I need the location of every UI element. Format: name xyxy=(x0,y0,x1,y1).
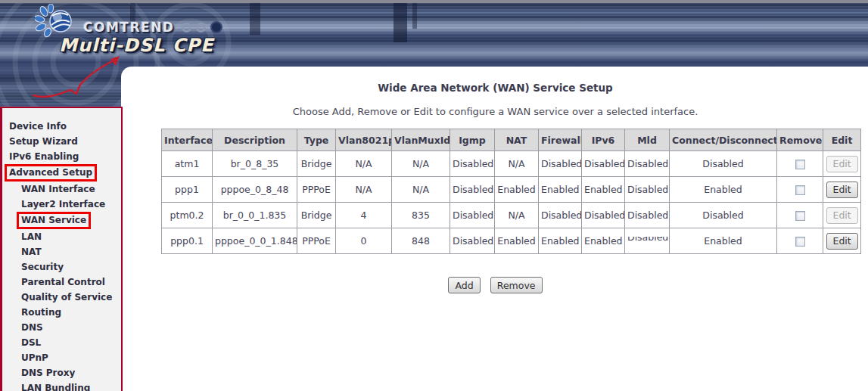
cell-nat: Enabled xyxy=(495,177,539,203)
sidebar-item-upnp[interactable]: UPnP xyxy=(2,350,121,365)
cell-remove xyxy=(777,177,823,203)
edit-button: Edit xyxy=(826,156,858,172)
page: COMTREND Multi-DSL CPE Device Info Setup… xyxy=(0,0,868,391)
sidebar-item-setup-wizard[interactable]: Setup Wizard xyxy=(2,134,121,149)
edit-button[interactable]: Edit xyxy=(826,182,858,198)
col-header-remove: Remove xyxy=(777,129,823,151)
sidebar-item-advanced-setup[interactable]: Advanced Setup xyxy=(2,164,121,182)
table-row: ppp0.1 pppoe_0_0_1.848 PPPoE 0 848 Disab… xyxy=(162,228,861,254)
cell-ipv6: Enabled xyxy=(582,177,625,203)
remove-checkbox[interactable] xyxy=(795,185,805,195)
cell-nat: N/A xyxy=(495,203,539,228)
col-header-edit: Edit xyxy=(823,129,861,151)
logo-dots-icon xyxy=(182,21,222,33)
col-header-type: Type xyxy=(297,129,336,151)
sidebar-item-lan-bundling[interactable]: LAN Bundling xyxy=(2,380,121,391)
cell-mld: Disabled xyxy=(625,203,670,228)
clipped-mld-text: Disabled xyxy=(627,237,668,243)
table-row: ppp1 pppoe_0_8_48 PPPoE N/A N/A Disabled… xyxy=(162,177,861,203)
sidebar-item-label: Security xyxy=(21,262,64,272)
edit-button: Edit xyxy=(826,207,858,224)
sidebar-item-layer2-interface[interactable]: Layer2 Interface xyxy=(2,197,121,212)
remove-checkbox[interactable] xyxy=(795,160,805,169)
add-button[interactable]: Add xyxy=(448,277,480,293)
cell-remove xyxy=(777,228,823,254)
cell-remove xyxy=(777,203,823,228)
remove-checkbox[interactable] xyxy=(795,211,805,221)
sidebar-item-routing[interactable]: Routing xyxy=(2,305,121,320)
col-header-igmp: Igmp xyxy=(450,129,495,151)
col-header-interface: Interface xyxy=(162,129,213,151)
sidebar-item-label: Routing xyxy=(21,307,61,318)
table-row: ptm0.2 br_0_0_1.835 Bridge 4 835 Disable… xyxy=(162,203,861,228)
sidebar-item-dsl[interactable]: DSL xyxy=(2,335,121,350)
cell-interface: ppp0.1 xyxy=(162,228,213,254)
cell-remove xyxy=(777,151,823,177)
cell-edit: Edit xyxy=(823,151,861,177)
sidebar-item-ipv6-enabling[interactable]: IPv6 Enabling xyxy=(2,149,121,164)
cell-connect-disconnect: Disabled xyxy=(670,203,777,228)
cell-type: PPPoE xyxy=(297,228,336,254)
cell-interface: atm1 xyxy=(162,151,213,177)
table-action-buttons: Add Remove xyxy=(123,277,868,293)
cell-type: Bridge xyxy=(297,203,336,228)
cell-description: br_0_0_1.835 xyxy=(213,203,297,228)
table-row: atm1 br_0_8_35 Bridge N/A N/A Disabled N… xyxy=(162,151,861,177)
col-header-nat: NAT xyxy=(495,129,539,151)
sidebar-item-dns-proxy[interactable]: DNS Proxy xyxy=(2,365,121,380)
sidebar-navigation: Device Info Setup Wizard IPv6 Enabling A… xyxy=(0,107,123,391)
col-header-firewall: Firewall xyxy=(539,129,582,151)
sidebar-item-lan[interactable]: LAN xyxy=(2,229,121,244)
cell-vlanmuxid: 848 xyxy=(392,228,450,254)
edit-button[interactable]: Edit xyxy=(826,233,858,250)
remove-button[interactable]: Remove xyxy=(490,277,543,293)
sidebar-item-device-info[interactable]: Device Info xyxy=(2,119,121,134)
cell-description: pppoe_0_0_1.848 xyxy=(213,228,297,254)
col-header-mld: Mld xyxy=(625,129,670,151)
sidebar-item-wan-interface[interactable]: WAN Interface xyxy=(2,182,121,197)
cell-interface: ppp1 xyxy=(162,177,213,203)
cell-firewall: Enabled xyxy=(539,177,582,203)
sidebar-item-dns[interactable]: DNS xyxy=(2,320,121,335)
cell-ipv6: Enabled xyxy=(582,228,625,254)
cell-firewall: Disabled xyxy=(539,203,582,228)
sidebar-item-label: Device Info xyxy=(9,121,67,132)
sidebar-item-label: IPv6 Enabling xyxy=(9,151,79,162)
wan-service-table: Interface Description Type Vlan8021p Vla… xyxy=(161,129,861,254)
remove-checkbox[interactable] xyxy=(795,237,805,247)
cell-firewall: Disabled xyxy=(539,151,582,177)
sidebar-item-label: DNS Proxy xyxy=(21,368,75,378)
sidebar-item-nat[interactable]: NAT xyxy=(2,244,121,259)
page-title: Wide Area Network (WAN) Service Setup xyxy=(123,82,868,94)
cell-nat: Enabled xyxy=(495,228,539,254)
sidebar-item-label: UPnP xyxy=(21,352,48,363)
cell-edit: Edit xyxy=(823,203,861,228)
cell-igmp: Disabled xyxy=(450,151,495,177)
cell-description: pppoe_0_8_48 xyxy=(213,177,297,203)
cell-description: br_0_8_35 xyxy=(213,151,297,177)
sidebar-item-parental-control[interactable]: Parental Control xyxy=(2,275,121,290)
red-arrow-annotation xyxy=(0,0,136,107)
cell-vlanmuxid: N/A xyxy=(392,177,450,203)
annotation-box: WAN Service xyxy=(17,212,91,229)
sidebar-item-label: WAN Service xyxy=(21,215,86,225)
sidebar-item-label: DNS xyxy=(21,322,43,333)
col-header-vlan8021p: Vlan8021p xyxy=(336,129,392,151)
annotation-box: Advanced Setup xyxy=(5,164,97,182)
sidebar-item-wan-service[interactable]: WAN Service xyxy=(2,212,121,229)
col-header-description: Description xyxy=(213,129,297,151)
sidebar-item-label: WAN Interface xyxy=(21,184,95,194)
cell-mld: Disabled xyxy=(625,228,670,254)
page-subtitle: Choose Add, Remove or Edit to configure … xyxy=(123,106,868,117)
sidebar-item-label: LAN Bundling xyxy=(21,383,90,391)
cell-mld: Disabled xyxy=(625,151,670,177)
main-content: Wide Area Network (WAN) Service Setup Ch… xyxy=(123,67,868,391)
cell-nat: N/A xyxy=(495,151,539,177)
cell-vlan8021p: N/A xyxy=(336,177,392,203)
cell-vlan8021p: 4 xyxy=(336,203,392,228)
sidebar-item-label: NAT xyxy=(21,247,42,257)
cell-ipv6: Disabled xyxy=(582,203,625,228)
sidebar-item-security[interactable]: Security xyxy=(2,259,121,275)
sidebar-item-label: Layer2 Interface xyxy=(21,199,105,209)
sidebar-item-quality-of-service[interactable]: Quality of Service xyxy=(2,290,121,305)
